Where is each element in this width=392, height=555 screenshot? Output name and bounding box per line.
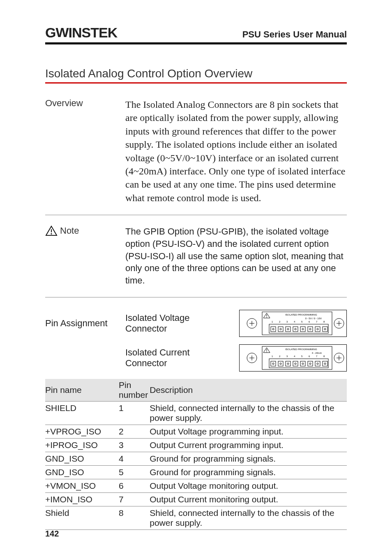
cell-pin-desc: Ground for programming signals. bbox=[150, 452, 347, 465]
note-block: Note The GPIB Option (PSU-GPIB), the iso… bbox=[45, 225, 347, 286]
cell-pin-num: 1 bbox=[119, 401, 150, 425]
svg-point-66 bbox=[295, 363, 296, 365]
svg-point-30 bbox=[295, 328, 296, 330]
warning-icon bbox=[45, 225, 58, 236]
current-conn-sub: 4 - 20mA bbox=[312, 352, 322, 354]
cell-pin-name: GND_ISO bbox=[45, 465, 119, 479]
svg-point-32 bbox=[302, 328, 304, 330]
overview-text: The Isolated Analog Connectors are 8 pin… bbox=[125, 98, 347, 204]
pin-table: Pin name Pin number Description SHIELD1S… bbox=[45, 379, 347, 530]
table-row: GND_ISO5Ground for programming signals. bbox=[45, 465, 347, 479]
table-row: GND_ISO4Ground for programming signals. bbox=[45, 452, 347, 465]
voltage-conn-title: ISOLATED PROGRAMMING bbox=[285, 313, 317, 316]
voltage-connector-diagram: ISOLATED PROGRAMMING 0 - 5V / 0 - 10V 12… bbox=[239, 310, 347, 337]
cell-pin-num: 6 bbox=[119, 479, 150, 492]
svg-point-49 bbox=[266, 351, 267, 352]
table-header-row: Pin name Pin number Description bbox=[45, 379, 347, 402]
section-title: Isolated Analog Control Option Overview bbox=[45, 67, 347, 84]
cell-pin-desc: Shield, connected internally to the chas… bbox=[150, 506, 347, 529]
cell-pin-desc: Output Current monitoring output. bbox=[150, 492, 347, 506]
current-conn-title: ISOLATED PROGRAMMING bbox=[285, 348, 317, 351]
pin-assignment-block: Pin Assignment Isolated Voltage Connecto… bbox=[45, 310, 347, 372]
svg-point-2 bbox=[51, 233, 52, 235]
svg-point-68 bbox=[302, 363, 304, 365]
cell-pin-num: 3 bbox=[119, 438, 150, 452]
brand-logo: GWINSTEK bbox=[45, 25, 117, 41]
current-connector-label: Isolated Current Connector bbox=[125, 347, 232, 369]
svg-point-70 bbox=[309, 363, 311, 365]
note-text: The GPIB Option (PSU-GPIB), the isolated… bbox=[125, 225, 347, 286]
note-label: Note bbox=[45, 225, 125, 236]
current-connector-diagram: ISOLATED PROGRAMMING 4 - 20mA 1234 5678 bbox=[239, 344, 347, 372]
header-pin-number: Pin number bbox=[119, 379, 150, 402]
cell-pin-desc: Ground for programming signals. bbox=[150, 465, 347, 479]
cell-pin-name: +VPROG_ISO bbox=[45, 425, 119, 438]
svg-point-74 bbox=[324, 363, 326, 365]
cell-pin-num: 4 bbox=[119, 452, 150, 465]
cell-pin-name: +IPROG_ISO bbox=[45, 438, 119, 452]
table-row: SHIELD1Shield, connected internally to t… bbox=[45, 401, 347, 425]
voltage-conn-sub: 0 - 5V / 0 - 10V bbox=[305, 317, 322, 320]
svg-point-62 bbox=[280, 363, 281, 365]
svg-point-36 bbox=[317, 328, 318, 330]
table-row: +VPROG_ISO2Output Voltage programming in… bbox=[45, 425, 347, 438]
note-label-text: Note bbox=[60, 225, 79, 236]
table-row: +IPROG_ISO3Output Current programming in… bbox=[45, 438, 347, 452]
table-row: +VMON_ISO6Output Voltage monitoring outp… bbox=[45, 479, 347, 492]
document-title: PSU Series User Manual bbox=[242, 29, 347, 40]
svg-point-38 bbox=[324, 328, 326, 330]
cell-pin-desc: Output Current programming input. bbox=[150, 438, 347, 452]
header-description: Description bbox=[150, 379, 347, 402]
cell-pin-name: +VMON_ISO bbox=[45, 479, 119, 492]
svg-point-34 bbox=[309, 328, 311, 330]
page-number: 142 bbox=[45, 529, 59, 539]
cell-pin-name: SHIELD bbox=[45, 401, 119, 425]
separator bbox=[45, 215, 347, 215]
svg-point-28 bbox=[287, 328, 289, 330]
overview-block: Overview The Isolated Analog Connectors … bbox=[45, 98, 347, 204]
cell-pin-num: 7 bbox=[119, 492, 150, 506]
table-row: Shield8Shield, connected internally to t… bbox=[45, 506, 347, 529]
cell-pin-desc: Output Voltage monitoring output. bbox=[150, 479, 347, 492]
cell-pin-num: 5 bbox=[119, 465, 150, 479]
svg-point-13 bbox=[266, 317, 267, 318]
page-header: GWINSTEK PSU Series User Manual bbox=[45, 25, 347, 44]
header-pin-name: Pin name bbox=[45, 379, 119, 402]
cell-pin-desc: Shield, connected internally to the chas… bbox=[150, 401, 347, 425]
svg-point-26 bbox=[280, 328, 281, 330]
table-row: +IMON_ISO7Output Current monitoring outp… bbox=[45, 492, 347, 506]
cell-pin-name: Shield bbox=[45, 506, 119, 529]
cell-pin-num: 8 bbox=[119, 506, 150, 529]
svg-point-60 bbox=[272, 363, 274, 365]
overview-label: Overview bbox=[45, 98, 125, 109]
cell-pin-desc: Output Voltage programming input. bbox=[150, 425, 347, 438]
voltage-connector-label: Isolated Voltage Connector bbox=[125, 313, 232, 334]
svg-point-64 bbox=[287, 363, 289, 365]
cell-pin-name: +IMON_ISO bbox=[45, 492, 119, 506]
svg-point-24 bbox=[272, 328, 274, 330]
pin-assignment-label: Pin Assignment bbox=[45, 318, 125, 329]
cell-pin-num: 2 bbox=[119, 425, 150, 438]
separator bbox=[45, 297, 347, 297]
cell-pin-name: GND_ISO bbox=[45, 452, 119, 465]
svg-point-72 bbox=[317, 363, 318, 365]
